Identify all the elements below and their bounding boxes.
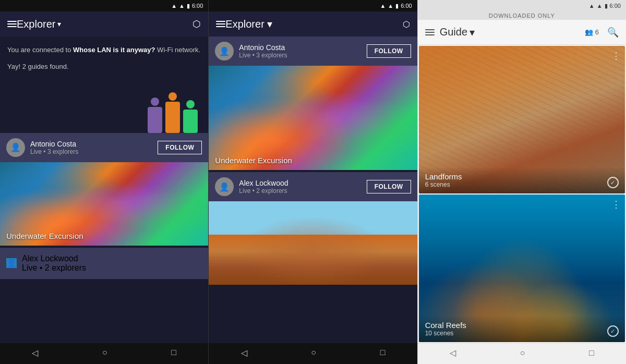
- downloaded-banner: DOWNLOADED ONLY: [418, 11, 626, 20]
- status-bar-2: ▲ ▲ ▮ 6:00: [209, 0, 417, 11]
- follow-button-2-2[interactable]: FOLLOW: [367, 180, 411, 193]
- signal-icon-2: ▲: [380, 3, 386, 9]
- guide-card-2-1[interactable]: 👤 Antonio Costa Live • 3 explorers FOLLO…: [209, 37, 417, 170]
- partial-guide-status-2: Live • 2 explorers: [22, 263, 86, 273]
- illustration-area: [0, 70, 208, 133]
- back-button-1[interactable]: ◁: [32, 348, 38, 358]
- guide-image-label-2-1: Underwater Excursion: [215, 156, 292, 165]
- more-options-coral[interactable]: ⋮: [611, 199, 621, 210]
- vr-icon-1[interactable]: ⬡: [192, 18, 201, 30]
- battery-icon-3: ▮: [605, 3, 608, 9]
- status-bar-1: ▲ ▲ ▮ 6:00: [0, 0, 208, 11]
- item-overlay-coral: Coral Reefs 10 scenes: [419, 316, 625, 342]
- battery-icon-2: ▮: [395, 3, 399, 9]
- guide-image-1: Underwater Excursion: [0, 162, 208, 246]
- phone-panel-3: ▲ ▲ ▮ 6:00 DOWNLOADED ONLY Guide ▾ 👥 6 🔍…: [417, 0, 626, 364]
- home-button-2[interactable]: ○: [311, 348, 316, 357]
- guide-name-1: Antonio Costa: [30, 140, 158, 148]
- back-button-3[interactable]: ◁: [450, 348, 456, 358]
- guide-header-2-1: 👤 Antonio Costa Live • 3 explorers FOLLO…: [209, 37, 417, 66]
- guide-status-1: Live • 3 explorers: [30, 148, 158, 155]
- search-icon-3[interactable]: 🔍: [607, 27, 619, 38]
- guide-status-2-2: Live • 2 explorers: [239, 187, 366, 195]
- explorer-count-icon[interactable]: 👥 6: [585, 28, 599, 36]
- back-button-2[interactable]: ◁: [241, 348, 247, 358]
- recents-button-1[interactable]: □: [171, 348, 176, 357]
- chevron-icon-2: ▾: [267, 18, 272, 30]
- bottom-nav-3: ◁ ○ □: [418, 343, 626, 364]
- home-button-1[interactable]: ○: [102, 348, 107, 357]
- vr-icon-2[interactable]: ⬡: [403, 19, 410, 29]
- battery-icon-1: ▮: [187, 3, 190, 9]
- guide-status-2-1: Live • 3 explorers: [239, 52, 366, 59]
- item-subtitle-landforms: 6 scenes: [425, 181, 619, 188]
- home-button-3[interactable]: ○: [520, 348, 525, 358]
- more-options-landforms[interactable]: ⋮: [611, 50, 621, 62]
- guide-info-1: Antonio Costa Live • 3 explorers: [30, 140, 158, 155]
- app-title-2[interactable]: Explorer ▾: [225, 18, 272, 30]
- partial-guide-name-2: Alex Lockwood: [22, 254, 86, 263]
- scroll-content-2: 👤 Antonio Costa Live • 3 explorers FOLLO…: [209, 37, 417, 343]
- content-area-1: You are connected to Whose LAN is it any…: [0, 37, 208, 343]
- figure-teal: [183, 100, 198, 133]
- guide-info-2-2: Alex Lockwood Live • 2 explorers: [239, 179, 366, 195]
- right-icons-3: 👥 6 🔍: [585, 27, 619, 38]
- app-title-3[interactable]: Guide ▾: [440, 26, 475, 39]
- guide-header-1: 👤 Antonio Costa Live • 3 explorers FOLLO…: [0, 133, 208, 162]
- guide-info-2-1: Antonio Costa Live • 3 explorers: [239, 43, 366, 59]
- signal-icon-3: ▲: [589, 3, 595, 9]
- partial-guide-card-2[interactable]: 👤 Alex Lockwood Live • 2 explorers: [0, 248, 208, 279]
- status-icons-2: ▲ ▲ ▮ 6:00: [380, 3, 412, 9]
- follow-button-1[interactable]: FOLLOW: [158, 141, 202, 154]
- guide-name-2-2: Alex Lockwood: [239, 179, 366, 187]
- hamburger-icon-3[interactable]: [425, 29, 435, 35]
- figure-purple: [148, 98, 162, 133]
- partial-guide-info-2: Alex Lockwood Live • 2 explorers: [22, 254, 86, 273]
- wifi-message: You are connected to Whose LAN is it any…: [0, 37, 208, 59]
- guide-card-1[interactable]: 👤 Antonio Costa Live • 3 explorers FOLLO…: [0, 133, 208, 246]
- guide-name-2-1: Antonio Costa: [239, 43, 366, 52]
- recents-button-3[interactable]: □: [589, 348, 594, 358]
- figure-orange: [165, 92, 180, 133]
- chevron-icon-3: ▾: [469, 26, 475, 39]
- app-title-1[interactable]: Explorer ▾: [17, 18, 61, 30]
- guide-image-label-1: Underwater Excursion: [6, 232, 83, 240]
- guide-list-3: ⋮ Landforms 6 scenes ✓ ⋮ Coral Reefs 10 …: [418, 45, 626, 343]
- item-title-landforms: Landforms: [425, 172, 619, 181]
- chevron-icon-1: ▾: [57, 20, 61, 28]
- guide-image-2-2: [209, 201, 417, 285]
- wifi-icon-3: ▲: [597, 3, 603, 9]
- bottom-nav-2: ◁ ○ □: [209, 343, 417, 364]
- guide-card-2-2[interactable]: 👤 Alex Lockwood Live • 2 explorers FOLLO…: [209, 172, 417, 285]
- guide-header-2-2: 👤 Alex Lockwood Live • 2 explorers FOLLO…: [209, 172, 417, 201]
- item-subtitle-coral: 10 scenes: [425, 330, 619, 337]
- app-bar-1: Explorer ▾ ⬡: [0, 11, 208, 37]
- bottom-nav-1: ◁ ○ □: [0, 343, 208, 364]
- guide-list-item-coral[interactable]: ⋮ Coral Reefs 10 scenes ✓: [419, 195, 625, 342]
- hamburger-icon-2[interactable]: [216, 21, 225, 27]
- item-title-coral: Coral Reefs: [425, 321, 619, 330]
- item-overlay-landforms: Landforms 6 scenes: [419, 167, 625, 193]
- avatar-alex-2: 👤: [215, 177, 234, 196]
- time-1: 6:00: [192, 3, 203, 9]
- hamburger-icon-1[interactable]: [7, 21, 17, 27]
- avatar-antonio-1: 👤: [6, 138, 25, 157]
- status-icons-1: ▲ ▲ ▮ 6:00: [171, 3, 203, 9]
- time-2: 6:00: [401, 3, 412, 9]
- avatar-alex-1: 👤: [6, 258, 17, 268]
- status-icons-3: ▲ ▲ ▮ 6:00: [589, 3, 621, 9]
- guide-image-2-1: Underwater Excursion: [209, 66, 417, 170]
- avatar-antonio-2: 👤: [215, 42, 234, 60]
- signal-icon-1: ▲: [171, 3, 177, 9]
- downloaded-check-coral: ✓: [607, 325, 619, 337]
- follow-button-2-1[interactable]: FOLLOW: [367, 44, 411, 58]
- phone-panel-2: ▲ ▲ ▮ 6:00 Explorer ▾ ⬡ 👤 Antonio Costa …: [208, 0, 417, 364]
- wifi-icon-1: ▲: [179, 3, 185, 9]
- wifi-icon-2: ▲: [388, 3, 393, 9]
- app-bar-3: Guide ▾ 👥 6 🔍: [418, 20, 626, 45]
- guide-list-item-landforms[interactable]: ⋮ Landforms 6 scenes ✓: [419, 46, 625, 193]
- guides-found: Yay! 2 guides found.: [0, 59, 208, 70]
- recents-button-2[interactable]: □: [380, 348, 386, 357]
- time-3: 6:00: [610, 3, 621, 9]
- downloaded-check-landforms: ✓: [607, 177, 619, 188]
